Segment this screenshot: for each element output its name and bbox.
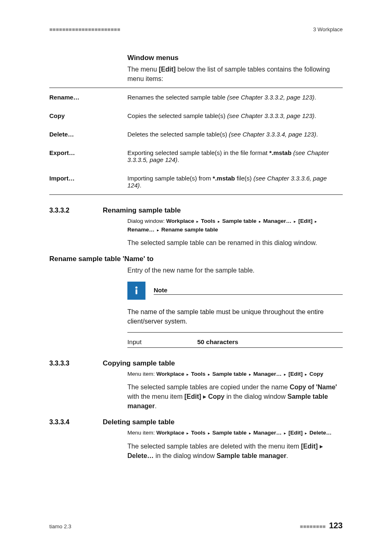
breadcrumb-part: Manager… bbox=[253, 430, 281, 436]
header-left-marker: ■■■■■■■■■■■■■■■■■■■■■■ bbox=[49, 26, 120, 32]
breadcrumb-part: [Edit] bbox=[298, 218, 313, 224]
menu-desc: Exporting selected sample table(s) in th… bbox=[127, 143, 343, 169]
menu-desc-text: Renames the selected sample table bbox=[127, 94, 227, 101]
page-number: 123 bbox=[329, 521, 343, 530]
chevron-right-icon: ▸ bbox=[248, 372, 252, 377]
menu-row-delete: Delete… Deletes the selected sample tabl… bbox=[49, 125, 343, 143]
menu-desc-ref: (see Chapter 3.3.3.4, page 123) bbox=[229, 131, 316, 138]
window-menus-heading: Window menus bbox=[127, 54, 343, 62]
chevron-right-icon: ▸ bbox=[293, 219, 297, 224]
text-bold: [Edit] bbox=[301, 443, 318, 450]
window-menus-text: The menu [Edit] below the list of sample… bbox=[127, 65, 343, 83]
breadcrumb-part: [Edit] bbox=[288, 371, 303, 377]
breadcrumb-part: Manager… bbox=[253, 371, 281, 377]
page-header: ■■■■■■■■■■■■■■■■■■■■■■ 3 Workplace bbox=[49, 26, 343, 32]
menu-label: Rename… bbox=[49, 88, 127, 107]
rename-field-text: Entry of the new name for the sample tab… bbox=[127, 266, 343, 275]
footer-marker: ■■■■■■■■ bbox=[300, 523, 326, 530]
menu-desc: Renames the selected sample table (see C… bbox=[127, 88, 343, 107]
breadcrumb-3334: Menu item: Workplace ▸ Tools ▸ Sample ta… bbox=[127, 429, 343, 437]
menu-desc-ref: (see Chapter 3.3.3.3, page 123) bbox=[227, 112, 315, 119]
menu-desc-post: . bbox=[314, 112, 316, 119]
breadcrumb-3333: Menu item: Workplace ▸ Tools ▸ Sample ta… bbox=[127, 370, 343, 378]
chevron-right-icon: ▸ bbox=[207, 431, 211, 435]
breadcrumb-part: [Edit] bbox=[288, 430, 303, 436]
page: ■■■■■■■■■■■■■■■■■■■■■■ 3 Workplace Windo… bbox=[0, 0, 392, 555]
chevron-right-icon: ▸ bbox=[186, 431, 189, 435]
text: The selected sample tables are deleted w… bbox=[127, 443, 301, 450]
menu-desc-text: Deletes the selected sample table(s) bbox=[127, 131, 229, 138]
breadcrumb-part: Manager… bbox=[263, 218, 291, 224]
menu-desc-post: . bbox=[140, 182, 141, 189]
chevron-right-icon: ▸ bbox=[156, 228, 160, 232]
input-constraint-row: Input 50 characters bbox=[127, 337, 343, 348]
chevron-right-icon: ▸ bbox=[283, 372, 287, 377]
menu-desc-post: . bbox=[178, 156, 179, 163]
rename-field-heading: Rename sample table 'Name' to bbox=[49, 255, 343, 263]
section-3333-body: Menu item: Workplace ▸ Tools ▸ Sample ta… bbox=[127, 370, 343, 411]
menu-desc-bold: *.mstab bbox=[269, 149, 291, 156]
note-header: Note bbox=[127, 282, 343, 300]
menu-desc: Deletes the selected sample table(s) (se… bbox=[127, 125, 343, 143]
text: with the menu item bbox=[127, 393, 184, 400]
chevron-right-icon: ▸ bbox=[314, 219, 318, 224]
section-3333-text: The selected sample tables are copied un… bbox=[127, 382, 343, 411]
breadcrumb-part: Rename… bbox=[127, 227, 154, 233]
breadcrumb-part: Sample table bbox=[212, 430, 247, 436]
intro-text-pre: The menu bbox=[127, 66, 159, 73]
breadcrumb-label: Menu item: bbox=[127, 430, 157, 436]
menu-desc: Importing sample table(s) from *.mstab f… bbox=[127, 169, 343, 195]
breadcrumb-part: Sample table bbox=[212, 371, 247, 377]
text-bold: Sample table manager bbox=[217, 452, 286, 459]
menu-row-export: Export… Exporting selected sample table(… bbox=[49, 143, 343, 169]
section-title: Deleting sample table bbox=[103, 418, 175, 426]
chevron-right-icon: ▸ bbox=[258, 219, 262, 224]
section-3334-heading: 3.3.3.4 Deleting sample table bbox=[49, 418, 343, 426]
intro-text-bold: [Edit] bbox=[159, 66, 175, 73]
menu-desc-post: . bbox=[316, 131, 318, 138]
breadcrumb-part: Sample table bbox=[222, 218, 256, 224]
text: The selected sample tables are copied un… bbox=[127, 384, 290, 391]
input-constraint-value: 50 characters bbox=[197, 338, 238, 346]
text: . bbox=[155, 402, 157, 409]
text: in the dialog window bbox=[154, 452, 217, 459]
chevron-right-icon: ▸ bbox=[217, 219, 221, 224]
menu-label: Copy bbox=[49, 106, 127, 125]
section-number: 3.3.3.3 bbox=[49, 360, 103, 367]
section-title: Copying sample table bbox=[103, 359, 175, 368]
footer-right: ■■■■■■■■ 123 bbox=[300, 521, 343, 530]
header-chapter: 3 Workplace bbox=[313, 26, 343, 32]
chevron-right-icon: ▸ bbox=[283, 431, 287, 435]
menu-desc-text: Exporting selected sample table(s) in th… bbox=[127, 149, 269, 156]
text: in the dialog window bbox=[225, 393, 288, 400]
edit-menu-table: Rename… Renames the selected sample tabl… bbox=[49, 88, 343, 195]
svg-rect-1 bbox=[136, 289, 137, 294]
menu-desc-text: Importing sample table(s) from bbox=[127, 175, 213, 182]
chevron-right-icon: ▸ bbox=[318, 443, 323, 450]
text-bold: Copy bbox=[208, 393, 225, 400]
section-3332-heading: 3.3.3.2 Renaming sample table bbox=[49, 206, 343, 215]
breadcrumb-part: Tools bbox=[191, 430, 205, 436]
input-constraint-label: Input bbox=[127, 338, 197, 346]
text-bold: Delete… bbox=[127, 452, 154, 459]
section-3333-heading: 3.3.3.3 Copying sample table bbox=[49, 359, 343, 368]
menu-desc-bold: *.mstab bbox=[213, 175, 235, 182]
menu-label: Export… bbox=[49, 143, 127, 169]
section-3334-text: The selected sample tables are deleted w… bbox=[127, 442, 343, 460]
note-divider bbox=[127, 332, 343, 333]
note-title: Note bbox=[154, 287, 343, 295]
footer-product: tiamo 2.3 bbox=[49, 523, 71, 530]
breadcrumb-part: Tools bbox=[191, 371, 205, 377]
menu-desc: Copies the selected sample table(s) (see… bbox=[127, 106, 343, 125]
rename-field-body: Entry of the new name for the sample tab… bbox=[127, 266, 343, 348]
chevron-right-icon: ▸ bbox=[304, 431, 308, 435]
section-3332-body: Dialog window: Workplace ▸ Tools ▸ Sampl… bbox=[127, 217, 343, 247]
breadcrumb-label: Menu item: bbox=[127, 371, 157, 377]
text: . bbox=[286, 452, 288, 459]
breadcrumb-part: Delete… bbox=[309, 430, 332, 436]
section-3334-body: Menu item: Workplace ▸ Tools ▸ Sample ta… bbox=[127, 429, 343, 460]
chevron-right-icon: ▸ bbox=[196, 219, 199, 224]
text-bold: [Edit] bbox=[184, 393, 201, 400]
breadcrumb-part: Workplace bbox=[157, 430, 184, 436]
section-title: Renaming sample table bbox=[103, 206, 181, 215]
